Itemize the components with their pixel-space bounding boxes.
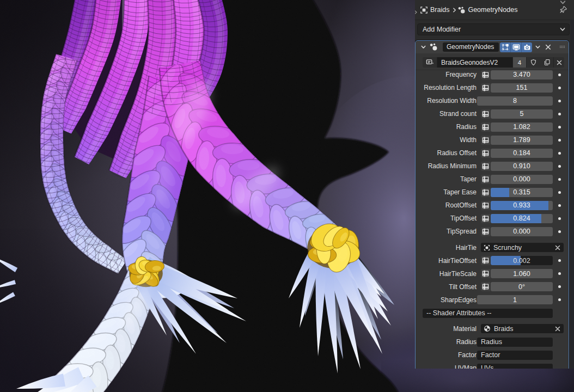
input-attribute-toggle-icon[interactable] — [481, 149, 490, 158]
decorator-dot[interactable] — [558, 126, 561, 128]
property-row-tilt-offset: Tilt Offset0° — [416, 280, 569, 293]
decorator-dot[interactable] — [558, 152, 561, 155]
input-attribute-toggle-icon[interactable] — [481, 83, 490, 93]
property-value: 0.824 — [513, 215, 530, 222]
render-display-toggle[interactable] — [521, 42, 532, 52]
input-attribute-toggle-icon[interactable] — [481, 70, 490, 79]
property-value: 151 — [516, 84, 528, 91]
property-row-tipoffset: TipOffset0.824 — [416, 212, 569, 225]
clear-object-icon[interactable] — [554, 326, 561, 332]
input-attribute-toggle-icon[interactable] — [481, 201, 490, 210]
property-row-hairtie: HairTieScrunchy — [416, 241, 569, 254]
value-field[interactable]: 8 — [477, 96, 553, 106]
decorator-dot[interactable] — [558, 298, 561, 301]
value-field[interactable]: 1.082 — [491, 122, 553, 132]
value-field[interactable]: 1.060 — [491, 269, 553, 278]
node-group-users-count[interactable]: 4 — [512, 57, 526, 68]
decorator-dot[interactable] — [558, 285, 561, 288]
input-attribute-toggle-icon[interactable] — [481, 282, 490, 291]
property-value: 1.082 — [513, 123, 530, 131]
decorator-dot[interactable] — [558, 113, 561, 115]
breadcrumb-modifier-label[interactable]: GeometryNodes — [468, 6, 517, 14]
decorator-dot[interactable] — [558, 191, 561, 194]
modifier-name-field[interactable]: GeometryNodes — [443, 42, 499, 52]
property-row-resolution-width: Resolution Width8 — [416, 94, 569, 107]
properties-editor: Braids GeometryNodes Add Modifier Geomet… — [415, 0, 574, 369]
realtime-display-toggle[interactable] — [511, 42, 521, 52]
property-label: Radius — [456, 120, 477, 133]
add-modifier-button[interactable]: Add Modifier — [417, 23, 570, 35]
geometry-nodes-icon — [457, 6, 466, 14]
value-field[interactable]: 0° — [491, 282, 553, 291]
property-value: 0.910 — [513, 162, 530, 170]
scrollbar-gutter[interactable] — [570, 20, 574, 369]
drag-handle-icon[interactable] — [559, 45, 566, 50]
expand-chevron-icon[interactable] — [420, 44, 426, 50]
decorator-dot[interactable] — [558, 204, 561, 207]
browse-node-group-button[interactable] — [423, 57, 437, 68]
input-attribute-toggle-icon[interactable] — [481, 136, 490, 145]
input-attribute-toggle-icon[interactable] — [481, 188, 490, 197]
edit-mode-toggle[interactable] — [500, 42, 511, 52]
property-label: Width — [460, 133, 477, 146]
decorator-dot[interactable] — [558, 272, 561, 275]
value-field[interactable]: 0.315 — [491, 188, 553, 197]
decorator-dot[interactable] — [558, 165, 561, 168]
node-group-selector: BraidsGeonodesV2 4 — [423, 57, 564, 68]
property-value: 0.000 — [513, 175, 530, 183]
value-field[interactable]: 0.184 — [491, 149, 553, 158]
radius-text-field[interactable]: Radius — [477, 338, 553, 347]
close-modifier-icon[interactable] — [545, 44, 552, 51]
input-attribute-toggle-icon[interactable] — [481, 214, 490, 223]
decorator-dot[interactable] — [558, 217, 561, 220]
property-label: Taper Ease — [443, 186, 477, 199]
decorator-dot[interactable] — [558, 139, 561, 142]
hairtie-object-field[interactable]: Scrunchy — [481, 243, 564, 252]
input-attribute-toggle-icon[interactable] — [481, 269, 490, 278]
value-field[interactable]: 0.910 — [491, 162, 553, 171]
value-field[interactable]: 0.000 — [491, 227, 553, 236]
property-row-sharpedges: SharpEdges1 — [416, 293, 569, 307]
input-attribute-toggle-icon[interactable] — [481, 227, 490, 236]
value-field[interactable]: 1.789 — [491, 136, 553, 145]
value-field[interactable]: 3.470 — [491, 70, 553, 79]
decorator-dot[interactable] — [558, 87, 561, 89]
clear-object-icon[interactable] — [554, 244, 561, 251]
value-field[interactable]: 5 — [491, 109, 553, 119]
property-label: TipOffset — [450, 212, 477, 225]
decorator-dot[interactable] — [558, 178, 561, 181]
region-corner-chevron-icon[interactable] — [415, 7, 418, 17]
unlink-node-group-button[interactable] — [553, 57, 564, 68]
extras-chevron-icon[interactable] — [535, 44, 541, 50]
decorator-dot[interactable] — [558, 100, 561, 102]
object-name: Scrunchy — [493, 244, 522, 252]
uvmap-text-field[interactable]: UVs — [477, 364, 553, 369]
input-attribute-toggle-icon[interactable] — [481, 256, 490, 265]
value-field[interactable]: 0.824 — [491, 214, 553, 223]
material-object-field[interactable]: Braids — [481, 324, 564, 333]
pin-icon[interactable] — [559, 5, 567, 16]
property-row-frequency: Frequency3.470 — [416, 68, 569, 81]
property-label: Resolution Length — [424, 81, 477, 94]
breadcrumb-object-label[interactable]: Braids — [430, 6, 449, 14]
decorator-dot[interactable] — [558, 230, 561, 233]
input-attribute-toggle-icon[interactable] — [481, 162, 490, 171]
factor-text-field[interactable]: Factor — [477, 351, 553, 360]
duplicate-node-group-button[interactable] — [540, 57, 553, 68]
shader-attributes-heading-field[interactable]: -- Shader Attributes -- — [423, 309, 553, 318]
value-field[interactable]: 1 — [477, 295, 553, 304]
input-attribute-toggle-icon[interactable] — [481, 109, 490, 119]
property-label: TipSpread — [447, 225, 477, 238]
property-value: 0.933 — [513, 201, 530, 209]
decorator-dot[interactable] — [558, 259, 561, 262]
value-field[interactable]: 0.000 — [491, 175, 553, 184]
value-field[interactable]: 151 — [491, 83, 553, 93]
decorator-dot[interactable] — [558, 74, 561, 76]
value-field[interactable]: 0.002 — [491, 256, 553, 265]
node-group-name-field[interactable]: BraidsGeonodesV2 — [437, 57, 512, 68]
input-attribute-toggle-icon[interactable] — [481, 175, 490, 184]
input-attribute-toggle-icon[interactable] — [481, 122, 490, 132]
value-field[interactable]: 0.933 — [491, 201, 553, 210]
property-row-taper-ease: Taper Ease0.315 — [416, 186, 569, 199]
fake-user-shield-button[interactable] — [526, 57, 540, 68]
